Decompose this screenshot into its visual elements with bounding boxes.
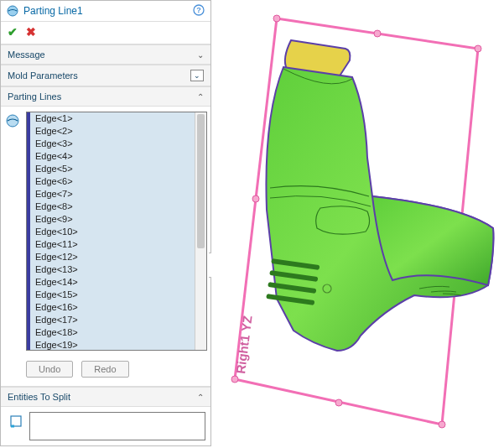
svg-point-9 xyxy=(231,376,238,383)
help-icon[interactable]: ? xyxy=(192,4,205,18)
section-entities-to-split[interactable]: Entities To Split ⌃ xyxy=(1,387,210,407)
edge-list-item[interactable]: Edge<17> xyxy=(30,314,195,326)
svg-point-13 xyxy=(252,195,259,202)
edge-list-item[interactable]: Edge<10> xyxy=(30,226,195,238)
edge-list-item[interactable]: Edge<7> xyxy=(30,188,195,201)
svg-point-12 xyxy=(335,399,342,406)
section-label: Mold Parameters xyxy=(8,70,78,81)
svg-text:?: ? xyxy=(196,6,201,14)
cancel-button[interactable]: ✖ xyxy=(26,25,36,39)
edge-list-item[interactable]: Edge<2> xyxy=(30,125,195,138)
split-entity-icon[interactable] xyxy=(8,414,23,430)
svg-rect-4 xyxy=(11,416,21,426)
section-parting-lines[interactable]: Parting Lines ⌃ xyxy=(1,86,210,107)
edge-list-item[interactable]: Edge<1> xyxy=(30,112,195,125)
ok-button[interactable]: ✔ xyxy=(8,25,18,39)
edge-list-item[interactable]: Edge<12> xyxy=(30,251,195,263)
undo-redo-row: Undo Redo xyxy=(1,356,210,387)
property-manager-panel: Parting Line1 ? ✔ ✖ Message ⌄ Mold Param… xyxy=(0,0,211,446)
selection-type-icon-column xyxy=(3,112,23,351)
edge-list-item[interactable]: Edge<6> xyxy=(30,175,195,188)
section-label: Entities To Split xyxy=(8,392,70,402)
svg-point-7 xyxy=(475,45,481,52)
chevron-up-icon: ⌃ xyxy=(197,92,204,102)
edge-list-item[interactable]: Edge<16> xyxy=(30,301,195,314)
viewport-3d[interactable]: Right1 YZ xyxy=(211,0,504,448)
chevron-up-icon: ⌃ xyxy=(197,393,204,402)
edge-list-item[interactable]: Edge<14> xyxy=(30,276,195,289)
parting-line-selection-icon[interactable] xyxy=(5,113,20,351)
svg-point-8 xyxy=(439,421,445,428)
section-mold-parameters[interactable]: Mold Parameters ⌄ xyxy=(1,65,210,86)
edge-list-item[interactable]: Edge<19> xyxy=(30,339,195,350)
section-message[interactable]: Message ⌄ xyxy=(1,44,210,65)
edge-list-item[interactable]: Edge<9> xyxy=(30,213,195,226)
edge-list-item[interactable]: Edge<3> xyxy=(30,138,195,150)
edge-list-item[interactable]: Edge<13> xyxy=(30,263,195,276)
edge-list-item[interactable]: Edge<18> xyxy=(30,326,195,339)
selection-type-icon-column xyxy=(6,412,26,430)
chevron-down-icon: ⌄ xyxy=(197,50,204,60)
edge-list-item[interactable]: Edge<11> xyxy=(30,238,195,251)
undo-button[interactable]: Undo xyxy=(26,361,73,378)
confirm-row: ✔ ✖ xyxy=(1,22,210,44)
edge-list[interactable]: Edge<1>Edge<2>Edge<3>Edge<4>Edge<5>Edge<… xyxy=(27,112,195,350)
svg-point-6 xyxy=(273,15,280,22)
model-body[interactable] xyxy=(266,40,493,351)
titlebar: Parting Line1 ? xyxy=(1,1,210,22)
edge-list-item[interactable]: Edge<4> xyxy=(30,150,195,163)
edge-list-container: Edge<1>Edge<2>Edge<3>Edge<4>Edge<5>Edge<… xyxy=(26,112,207,351)
svg-point-10 xyxy=(374,30,381,37)
scrollbar[interactable] xyxy=(195,112,206,350)
entities-to-split-field[interactable] xyxy=(29,412,205,440)
chevron-down-icon: ⌄ xyxy=(190,70,204,81)
entities-to-split-body xyxy=(1,407,210,445)
feature-title: Parting Line1 xyxy=(23,5,188,17)
parting-lines-body: Edge<1>Edge<2>Edge<3>Edge<4>Edge<5>Edge<… xyxy=(1,107,210,356)
scroll-thumb[interactable] xyxy=(197,114,205,248)
section-label: Message xyxy=(8,49,45,60)
edge-list-item[interactable]: Edge<5> xyxy=(30,163,195,175)
edge-list-item[interactable]: Edge<15> xyxy=(30,289,195,301)
section-label: Parting Lines xyxy=(8,91,61,102)
plane-label: Right1 YZ xyxy=(233,315,254,374)
redo-button[interactable]: Redo xyxy=(81,361,128,378)
parting-line-icon xyxy=(6,4,19,18)
edge-list-item[interactable]: Edge<8> xyxy=(30,201,195,213)
